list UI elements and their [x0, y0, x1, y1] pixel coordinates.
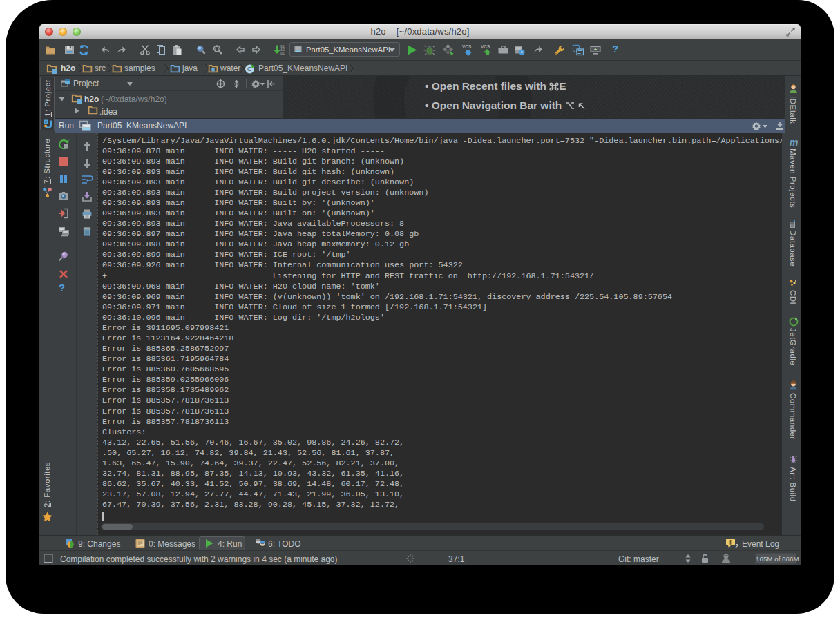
svg-text:2: 2	[735, 543, 738, 550]
svg-text:VCS: VCS	[462, 44, 472, 49]
svg-text:C: C	[247, 66, 252, 72]
svg-text:VCS: VCS	[481, 44, 490, 49]
svg-text:01: 01	[280, 52, 285, 56]
